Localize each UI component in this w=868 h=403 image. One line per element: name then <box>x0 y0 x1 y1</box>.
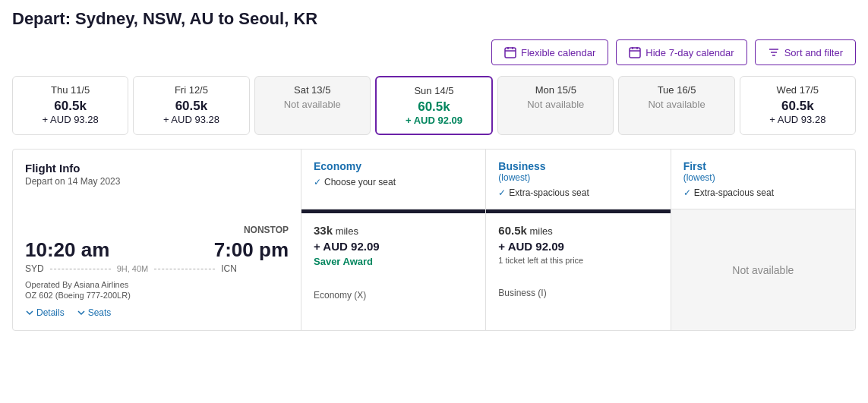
hide-7day-label: Hide 7-day calendar <box>645 47 734 58</box>
mon-date: Mon 15/5 <box>507 84 604 96</box>
flight-detail: NONSTOP 10:20 am 7:00 pm SYD 9H, 40M ICN… <box>13 213 301 330</box>
economy-saver: Saver Award <box>314 256 473 267</box>
details-link-text: Details <box>36 307 65 318</box>
thu-miles: 60.5k <box>22 99 118 114</box>
thu-date: Thu 11/5 <box>22 84 118 96</box>
links-row: Details Seats <box>25 307 289 318</box>
hide-7day-button[interactable]: Hide 7-day calendar <box>616 39 746 65</box>
economy-miles-label: 33k miles <box>314 224 473 237</box>
thu-aud: + AUD 93.28 <box>22 114 118 125</box>
arrive-time: 7:00 pm <box>214 238 289 262</box>
economy-check-text: Choose your seat <box>324 177 396 187</box>
nonstop-label: NONSTOP <box>25 225 289 235</box>
economy-check-item: ✓ Choose your seat <box>314 177 473 187</box>
calendar-sat[interactable]: Sat 13/5 Not available <box>254 76 371 135</box>
first-header: First (lowest) ✓ Extra-spacious seat <box>671 150 855 209</box>
flight-info-title: Flight Info <box>25 162 289 175</box>
wed-aud: + AUD 93.28 <box>750 114 846 125</box>
flexible-calendar-button[interactable]: Flexible calendar <box>491 39 608 65</box>
economy-class: Economy (X) <box>314 290 473 301</box>
mon-status: Not available <box>507 99 604 110</box>
calendar-icon <box>504 46 516 58</box>
sat-status: Not available <box>264 99 361 110</box>
origin-airport: SYD 9H, 40M ICN <box>25 263 237 274</box>
flight-number: OZ 602 (Boeing 777-200LR) <box>25 291 289 300</box>
sat-date: Sat 13/5 <box>264 84 361 96</box>
origin-code: SYD <box>25 263 44 274</box>
chevron-down-icon <box>25 308 34 317</box>
calendar-wed[interactable]: Wed 17/5 60.5k + AUD 93.28 <box>740 76 856 135</box>
fri-miles: 60.5k <box>143 99 239 114</box>
business-check-text: Extra-spacious seat <box>509 187 589 198</box>
filter-icon <box>768 46 780 58</box>
top-buttons: Flexible calendar Hide 7-day calendar So… <box>12 39 856 65</box>
wed-miles: 60.5k <box>750 99 846 114</box>
seats-link-text: Seats <box>88 307 112 318</box>
page-title: Depart: Sydney, NSW, AU to Seoul, KR <box>12 9 856 29</box>
first-link[interactable]: First <box>683 160 706 172</box>
economy-miles-value: 33k <box>314 224 333 237</box>
economy-fare: 33k miles + AUD 92.09 Saver Award Econom… <box>301 209 486 330</box>
business-check-item: ✓ Extra-spacious seat <box>498 187 658 198</box>
calendar-row: Thu 11/5 60.5k + AUD 93.28 Fri 12/5 60.5… <box>12 76 856 135</box>
tue-date: Tue 16/5 <box>628 84 724 96</box>
sun-date: Sun 14/5 <box>386 85 482 96</box>
first-check-text: Extra-spacious seat <box>694 187 774 198</box>
main-content: Flight Info Depart on 14 May 2023 NONSTO… <box>12 149 856 331</box>
depart-time: 10:20 am <box>25 238 109 262</box>
flight-info-date: Depart on 14 May 2023 <box>25 176 289 187</box>
first-fare: Not available <box>671 209 855 330</box>
business-aud: + AUD 92.09 <box>498 240 658 253</box>
business-fare: 60.5k miles + AUD 92.09 1 ticket left at… <box>486 209 671 330</box>
calendar-icon-2 <box>629 46 641 58</box>
sort-filter-label: Sort and filter <box>784 47 843 58</box>
first-check-item: ✓ Extra-spacious seat <box>683 187 843 198</box>
calendar-mon[interactable]: Mon 15/5 Not available <box>497 76 614 135</box>
operated-by: Operated By Asiana Airlines <box>25 280 289 289</box>
flexible-calendar-label: Flexible calendar <box>521 47 595 58</box>
seats-link[interactable]: Seats <box>77 307 112 318</box>
sun-aud: + AUD 92.09 <box>386 115 482 126</box>
economy-header: Economy ✓ Choose your seat <box>301 150 486 209</box>
dest-code: ICN <box>221 263 237 274</box>
economy-aud: + AUD 92.09 <box>314 240 473 253</box>
svg-rect-0 <box>505 48 516 58</box>
fri-aud: + AUD 93.28 <box>143 114 239 125</box>
duration-label: 9H, 40M <box>117 264 149 273</box>
chevron-down-icon-2 <box>77 308 86 317</box>
calendar-thu[interactable]: Thu 11/5 60.5k + AUD 93.28 <box>12 76 128 135</box>
wed-date: Wed 17/5 <box>750 84 846 96</box>
business-miles-label: 60.5k miles <box>498 224 658 237</box>
calendar-tue[interactable]: Tue 16/5 Not available <box>618 76 734 135</box>
economy-link[interactable]: Economy <box>314 160 361 172</box>
sort-filter-button[interactable]: Sort and filter <box>755 39 856 65</box>
business-sub[interactable]: (lowest) <box>498 172 658 183</box>
first-not-available: Not available <box>732 264 794 276</box>
fri-date: Fri 12/5 <box>143 84 239 96</box>
business-miles-value: 60.5k <box>498 224 527 237</box>
details-link[interactable]: Details <box>25 307 65 318</box>
business-link[interactable]: Business <box>498 160 545 172</box>
calendar-fri[interactable]: Fri 12/5 60.5k + AUD 93.28 <box>133 76 249 135</box>
business-note: 1 ticket left at this price <box>498 256 658 265</box>
business-class: Business (I) <box>498 288 658 298</box>
business-header: Business (lowest) ✓ Extra-spacious seat <box>486 150 671 209</box>
calendar-sun[interactable]: Sun 14/5 60.5k + AUD 92.09 <box>375 76 493 135</box>
flight-info: Flight Info Depart on 14 May 2023 <box>13 150 301 213</box>
svg-rect-4 <box>630 48 640 58</box>
sun-miles: 60.5k <box>386 99 482 115</box>
first-sub[interactable]: (lowest) <box>683 172 843 183</box>
tue-status: Not available <box>628 99 724 110</box>
